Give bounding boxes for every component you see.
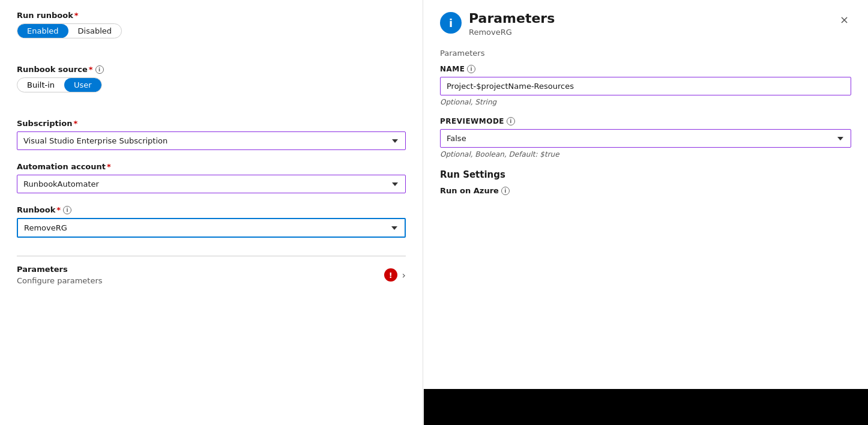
previewmode-param-section: PREVIEWMODE i False Optional, Boolean, D… bbox=[440, 117, 851, 158]
automation-account-label: Automation account * bbox=[17, 162, 406, 171]
parameters-title: Parameters bbox=[17, 265, 103, 274]
run-runbook-label: Run runbook * bbox=[17, 11, 406, 20]
parameters-subtitle: Configure parameters bbox=[17, 276, 103, 285]
chevron-right-icon[interactable]: › bbox=[402, 270, 406, 281]
source-toggle[interactable]: Built-in User bbox=[17, 77, 102, 92]
disabled-button[interactable]: Disabled bbox=[68, 24, 121, 38]
left-panel: Run runbook * Enabled Disabled Runbook s… bbox=[0, 0, 423, 425]
run-on-label-text: Run on Azure bbox=[440, 186, 499, 195]
subscription-section: Subscription * Visual Studio Enterprise … bbox=[17, 119, 406, 150]
runbook-source-section: Runbook source * i Built-in User bbox=[17, 65, 406, 107]
name-param-label: NAME i bbox=[440, 65, 851, 73]
parameters-right: ! › bbox=[384, 268, 406, 282]
runbook-section: Runbook * i RemoveRG bbox=[17, 205, 406, 238]
subscription-label-text: Subscription bbox=[17, 119, 72, 128]
runbook-source-text: Runbook source bbox=[17, 65, 88, 74]
required-star-run: * bbox=[74, 11, 79, 20]
name-param-hint: Optional, String bbox=[440, 98, 851, 106]
panel-title-block: Parameters RemoveRG bbox=[469, 11, 555, 37]
enabled-disabled-toggle[interactable]: Enabled Disabled bbox=[17, 23, 122, 38]
automation-account-dropdown[interactable]: RunbookAutomater bbox=[17, 175, 406, 193]
run-settings-section: Run Settings Run on Azure i bbox=[440, 169, 851, 195]
runbook-dropdown[interactable]: RemoveRG bbox=[17, 218, 406, 238]
builtin-button[interactable]: Built-in bbox=[17, 78, 64, 92]
panel-header-left: i Parameters RemoveRG bbox=[440, 11, 555, 37]
automation-account-section: Automation account * RunbookAutomater bbox=[17, 162, 406, 193]
panel-title: Parameters bbox=[469, 11, 555, 26]
runbook-info-icon[interactable]: i bbox=[63, 206, 71, 214]
parameters-left: Parameters Configure parameters bbox=[17, 265, 103, 285]
error-icon: ! bbox=[389, 271, 393, 280]
runbook-label: Runbook * i bbox=[17, 205, 406, 214]
run-runbook-section: Run runbook * Enabled Disabled bbox=[17, 11, 406, 53]
required-star-auto: * bbox=[107, 162, 111, 171]
panel-header: i Parameters RemoveRG × bbox=[440, 11, 851, 37]
parameters-row: Parameters Configure parameters ! › bbox=[17, 265, 406, 285]
automation-account-label-text: Automation account bbox=[17, 162, 106, 171]
previewmode-info-icon[interactable]: i bbox=[507, 117, 515, 125]
subscription-dropdown[interactable]: Visual Studio Enterprise Subscription bbox=[17, 131, 406, 150]
right-panel: i Parameters RemoveRG × Parameters NAME … bbox=[423, 0, 868, 425]
name-param-input[interactable] bbox=[440, 77, 851, 95]
panel-info-icon: i bbox=[440, 12, 462, 34]
required-star-runbook: * bbox=[56, 205, 61, 214]
params-section-label: Parameters bbox=[440, 49, 851, 58]
parameters-bottom-section: Parameters Configure parameters ! › bbox=[17, 256, 406, 285]
subscription-label: Subscription * bbox=[17, 119, 406, 128]
run-on-info-icon[interactable]: i bbox=[501, 187, 510, 195]
previewmode-dropdown[interactable]: False bbox=[440, 129, 851, 148]
user-button[interactable]: User bbox=[64, 78, 101, 92]
panel-subtitle: RemoveRG bbox=[469, 28, 555, 37]
run-settings-title: Run Settings bbox=[440, 169, 851, 180]
runbook-source-label: Runbook source * i bbox=[17, 65, 406, 74]
run-on-label: Run on Azure i bbox=[440, 186, 851, 195]
black-block bbox=[424, 389, 868, 425]
name-param-info-icon[interactable]: i bbox=[467, 65, 475, 73]
runbook-source-info-icon[interactable]: i bbox=[95, 65, 104, 74]
required-star-sub: * bbox=[73, 119, 77, 128]
close-button[interactable]: × bbox=[837, 11, 851, 28]
enabled-button[interactable]: Enabled bbox=[17, 24, 68, 38]
error-badge: ! bbox=[384, 268, 397, 282]
previewmode-label-text: PREVIEWMODE bbox=[440, 117, 504, 125]
name-param-label-text: NAME bbox=[440, 65, 465, 73]
name-param-section: NAME i Optional, String bbox=[440, 65, 851, 106]
previewmode-param-label: PREVIEWMODE i bbox=[440, 117, 851, 125]
required-star-source: * bbox=[89, 65, 93, 74]
run-runbook-text: Run runbook bbox=[17, 11, 73, 20]
previewmode-hint: Optional, Boolean, Default: $true bbox=[440, 150, 851, 158]
runbook-label-text: Runbook bbox=[17, 205, 55, 214]
